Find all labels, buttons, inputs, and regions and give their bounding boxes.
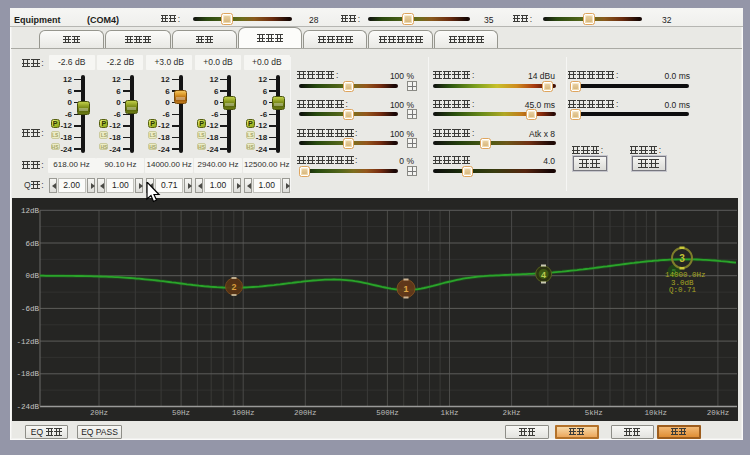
svg-text:-6dB: -6dB [21, 305, 40, 313]
svg-text:50Hz: 50Hz [172, 409, 190, 417]
svg-text:0dB: 0dB [25, 272, 39, 280]
svg-text:-24dB: -24dB [16, 403, 39, 411]
svg-text:-18dB: -18dB [16, 370, 39, 378]
svg-text:1kHz: 1kHz [440, 409, 458, 417]
svg-text:5kHz: 5kHz [585, 409, 603, 417]
svg-text:3: 3 [679, 253, 685, 264]
svg-text:100Hz: 100Hz [232, 409, 255, 417]
svg-text:-12dB: -12dB [16, 338, 39, 346]
svg-text:6dB: 6dB [25, 240, 39, 248]
svg-text:500Hz: 500Hz [376, 409, 399, 417]
svg-text:2: 2 [231, 282, 236, 292]
svg-text:20kHz: 20kHz [707, 409, 730, 417]
svg-text:12dB: 12dB [21, 207, 40, 215]
svg-text:Q:0.71: Q:0.71 [669, 286, 697, 294]
svg-text:2kHz: 2kHz [503, 409, 521, 417]
svg-text:200Hz: 200Hz [294, 409, 317, 417]
svg-text:1: 1 [403, 284, 408, 294]
svg-text:20Hz: 20Hz [90, 409, 108, 417]
svg-text:10kHz: 10kHz [645, 409, 668, 417]
svg-text:4: 4 [541, 270, 546, 280]
